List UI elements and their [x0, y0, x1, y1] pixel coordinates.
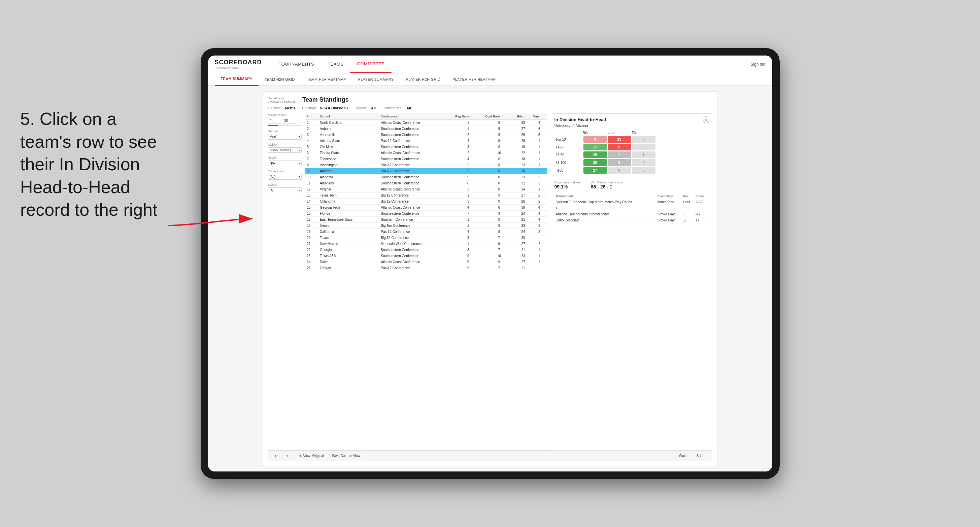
cell-num: 14 — [305, 198, 318, 205]
cell-conference: Pac-12 Conference — [379, 265, 453, 271]
table-row[interactable]: 9 Arizona Pac-12 Conference 5 8 30 2 — [305, 168, 547, 174]
h2h-panel: ✕ In Division Head-to-Head University of… — [551, 113, 712, 450]
tournament-row: Jackson T. Stephens Cup Men's Match-Play… — [554, 199, 709, 205]
cell-win — [531, 265, 547, 271]
table-row[interactable]: 11 Arkansas Southeastern Conference 6 8 … — [305, 180, 547, 186]
table-row[interactable]: 1 North Carolina Atlantic Coast Conferen… — [305, 120, 547, 126]
cell-conf-rank: 8 — [483, 168, 515, 174]
school-filter-select[interactable]: (All) ▾ — [268, 187, 302, 193]
cell-school: North Carolina — [318, 120, 379, 126]
cell-reg-rank: 3 — [453, 198, 483, 205]
table-row[interactable]: 21 New Mexico Mountain West Conference 1… — [305, 241, 547, 247]
table-row[interactable]: 22 Georgia Southeastern Conference 8 7 2… — [305, 247, 547, 253]
cell-conference: Pac-12 Conference — [379, 138, 453, 144]
sub-nav-player-summary[interactable]: PLAYER SUMMARY — [352, 73, 400, 86]
cell-conf-rank: 6 — [483, 156, 515, 162]
cell-conference: Pac-12 Conference — [379, 168, 453, 174]
nav-tournaments[interactable]: TOURNAMENTS — [272, 56, 321, 73]
gender-filter-select[interactable]: Men's ▾ — [268, 134, 302, 140]
division-filter-select[interactable]: NCAA Division I ▾ — [268, 148, 302, 153]
sub-nav-player-h2h-heatmap[interactable]: PLAYER H2H HEATMAP — [446, 73, 502, 86]
min-rounds-max[interactable]: 20 — [283, 118, 296, 124]
cell-school: California — [318, 229, 379, 235]
cell-rds: 24 — [515, 186, 531, 192]
table-row[interactable]: 2 Auburn Southeastern Conference 1 9 27 … — [305, 126, 547, 132]
table-row[interactable]: 12 Virginia Atlantic Coast Conference 3 … — [305, 186, 547, 192]
table-row[interactable]: 18 Illinois Big Ten Conference 1 9 23 3 — [305, 223, 547, 229]
table-row[interactable]: 14 Oklahoma Big 12 Conference 3 9 26 2 — [305, 198, 547, 205]
table-row[interactable]: 5 Ole Miss Southeastern Conference 3 6 1… — [305, 144, 547, 150]
watch-button[interactable]: Watch — [676, 453, 691, 459]
table-row[interactable]: 16 Florida Southeastern Conference 7 9 2… — [305, 211, 547, 217]
cell-num: 15 — [305, 205, 318, 211]
cell-num: 25 — [305, 265, 318, 271]
cell-conf-rank: 8 — [483, 162, 515, 168]
h2h-loss-cell: 8 — [608, 144, 631, 151]
table-row[interactable]: 25 Oregon Pac-12 Conference 5 7 21 — [305, 265, 547, 271]
cell-rds: 22 — [515, 150, 531, 156]
tournament-score: 17 — [694, 217, 708, 224]
cell-win: 2 — [531, 192, 547, 198]
cell-conference: Big 12 Conference — [379, 192, 453, 198]
cell-win: 4 — [531, 120, 547, 126]
table-row[interactable]: 7 Tennessee Southeastern Conference 4 6 … — [305, 156, 547, 162]
table-row[interactable]: 24 Duke Atlantic Coast Conference 5 9 27… — [305, 259, 547, 265]
undo-button[interactable]: ↩ — [272, 453, 280, 459]
share-button[interactable]: Share — [694, 453, 708, 459]
cell-reg-rank: 4 — [453, 205, 483, 211]
cell-rds: 27 — [515, 192, 531, 198]
view-original-button[interactable]: 👁 View: Original — [297, 453, 327, 459]
table-row[interactable]: 13 Texas Tech Big 12 Conference 1 9 27 2 — [305, 192, 547, 198]
cell-win: 2 — [531, 229, 547, 235]
nav-committee[interactable]: COMMITTEE — [350, 56, 391, 73]
cell-conference: Southeastern Conference — [379, 132, 453, 138]
sub-nav-team-h2h-heatmap[interactable]: TEAM H2H HEATMAP — [301, 73, 352, 86]
cell-rds: 30 — [515, 205, 531, 211]
tournament-type: Stroke Play — [656, 211, 682, 217]
cell-conf-rank: 9 — [483, 259, 515, 265]
table-row[interactable]: 8 Washington Pac-12 Conference 2 8 23 1 — [305, 162, 547, 168]
h2h-close-button[interactable]: ✕ — [703, 116, 710, 123]
table-row[interactable]: 3 Vanderbilt Southeastern Conference 2 8… — [305, 132, 547, 138]
tournament-row: Cabo Collegiate Stroke Play 11 17 — [554, 217, 709, 224]
sub-nav-player-h2h-grid[interactable]: PLAYER H2H GRID — [400, 73, 447, 86]
sub-nav-team-h2h-grid[interactable]: TEAM H2H GRID — [259, 73, 301, 86]
division-filter-label: Division — [268, 143, 302, 146]
cell-win: 1 — [531, 138, 547, 144]
cell-win: 1 — [531, 156, 547, 162]
cell-win: 2 — [531, 168, 547, 174]
cell-rds: 18 — [515, 156, 531, 162]
cell-school: Duke — [318, 259, 379, 265]
sub-nav-team-summary[interactable]: TEAM SUMMARY — [215, 73, 259, 86]
nav-teams[interactable]: TEAMS — [321, 56, 350, 73]
cell-rds: 22 — [515, 180, 531, 186]
table-row[interactable]: 10 Alabama Southeastern Conference 5 8 2… — [305, 174, 547, 180]
cell-num: 22 — [305, 247, 318, 253]
table-row[interactable]: 6 Florida State Atlantic Coast Conferenc… — [305, 150, 547, 156]
cell-rds: 23 — [515, 223, 531, 229]
cell-reg-rank: 5 — [453, 168, 483, 174]
sign-out-button[interactable]: Sign out — [745, 62, 765, 67]
h2h-row: >100 27 0 0 — [554, 167, 709, 174]
table-row[interactable]: 15 Georgia Tech Atlantic Coast Conferenc… — [305, 205, 547, 211]
rounds-slider[interactable] — [268, 125, 302, 126]
table-row[interactable]: 17 East Tennessee State Southern Confere… — [305, 217, 547, 223]
redo-button[interactable]: ↪ — [283, 453, 291, 459]
h2h-win-cell: 27 — [584, 167, 607, 174]
cell-conf-rank: 9 — [483, 217, 515, 223]
table-row[interactable]: 4 Arizona State Pac-12 Conference 4 9 26… — [305, 138, 547, 144]
table-row[interactable]: 23 Texas A&M Southeastern Conference 9 1… — [305, 253, 547, 259]
region-filter-select[interactable]: N/A ▾ — [268, 160, 302, 166]
h2h-range: 26-50 — [556, 153, 583, 157]
cell-win: 1 — [531, 247, 547, 253]
table-row[interactable]: 19 California Pac-12 Conference 4 8 24 2 — [305, 229, 547, 235]
cell-num: 5 — [305, 144, 318, 150]
cell-num: 19 — [305, 229, 318, 235]
h2h-row: Top 10 3 13 0 — [554, 136, 709, 143]
table-row[interactable]: 20 Texas Big 12 Conference 3 7 20 — [305, 235, 547, 241]
conference-filter-select[interactable]: (All) ▾ — [268, 174, 302, 180]
min-rounds-min[interactable]: 4 — [268, 118, 282, 124]
save-custom-button[interactable]: Save Custom View — [329, 453, 363, 459]
cell-reg-rank: 1 — [453, 126, 483, 132]
cell-rds: 21 — [515, 247, 531, 253]
